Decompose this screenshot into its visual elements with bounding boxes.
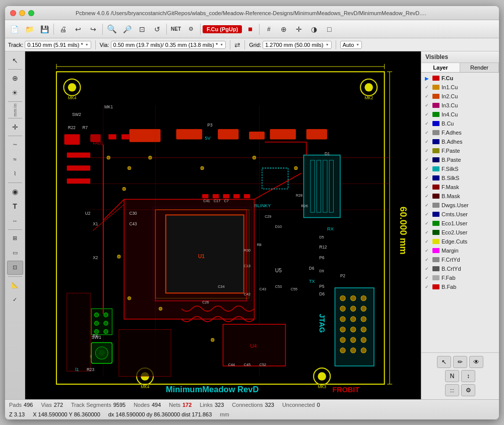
- polar-grid-button[interactable]: ⊕: [277, 22, 291, 36]
- layer-item-f-crtyd[interactable]: ✓F.CrtYd: [421, 255, 499, 264]
- redo-button[interactable]: ↪: [86, 22, 100, 36]
- track-dropdown[interactable]: 0.150 mm (5.91 mils) *: [25, 41, 91, 49]
- layer-eye-b-fab[interactable]: ✓: [423, 283, 430, 290]
- layer-eye-f-adhes[interactable]: ✓: [423, 129, 430, 136]
- layer-item-b-paste[interactable]: ✓B.Paste: [421, 155, 499, 164]
- zone-tool[interactable]: ▭: [7, 246, 23, 260]
- route-track-tool[interactable]: ～: [7, 138, 23, 152]
- zoom-redraw-button[interactable]: ↺: [150, 22, 164, 36]
- layer-item-edge-cuts[interactable]: ✓Edge.Cuts: [421, 237, 499, 246]
- eye-icon-btn[interactable]: 👁: [469, 356, 483, 368]
- tab-layer[interactable]: Layer: [421, 63, 460, 72]
- layer-eye-f-silks[interactable]: ✓: [423, 165, 430, 172]
- save-button[interactable]: 💾: [37, 22, 51, 36]
- settings-icon-btn[interactable]: ⚙: [461, 384, 475, 396]
- drc-tool[interactable]: ✓: [7, 293, 23, 307]
- close-button[interactable]: [10, 10, 16, 16]
- high-contrast-button[interactable]: ◑: [307, 22, 321, 36]
- zoom-out-button[interactable]: 🔎: [120, 22, 134, 36]
- pencil-icon-btn[interactable]: ✏: [453, 356, 467, 368]
- layer-item-f-silks[interactable]: ✓F.SilkS: [421, 164, 499, 173]
- layer-eye-eco2-user[interactable]: ✓: [423, 229, 430, 236]
- layer-eye-eco1-user[interactable]: ✓: [423, 220, 430, 227]
- layer-eye-dwgs-user[interactable]: ✓: [423, 202, 430, 209]
- minimize-button[interactable]: [19, 10, 25, 16]
- layer-eye-b-cu[interactable]: ✓: [423, 120, 430, 127]
- tune-track-tool[interactable]: ⌇: [7, 167, 23, 181]
- layer-eye-cmts-user[interactable]: ✓: [423, 211, 430, 218]
- layer-eye-f-crtyd[interactable]: ✓: [423, 256, 430, 263]
- layer-item-f-fab[interactable]: ✓F.Fab: [421, 273, 499, 282]
- maximize-button[interactable]: [28, 10, 34, 16]
- north-icon-btn[interactable]: N: [445, 370, 459, 382]
- via-dropdown[interactable]: 0.50 mm (19.7 mils)/ 0.35 mm (13.8 mils)…: [111, 41, 226, 49]
- grid-dropdown[interactable]: 1.2700 mm (50.00 mils): [263, 41, 331, 49]
- zoom-dropdown[interactable]: Auto: [340, 41, 362, 49]
- select-tool[interactable]: ↖: [7, 53, 23, 68]
- add-via-tool[interactable]: ◉: [7, 185, 23, 199]
- layer-item-b-cu[interactable]: ✓B.Cu: [421, 119, 499, 128]
- new-button[interactable]: 📄: [7, 22, 21, 36]
- layer-item-f-adhes[interactable]: ✓F.Adhes: [421, 128, 499, 137]
- layer-eye-b-adhes[interactable]: ✓: [423, 138, 430, 145]
- pad-tool[interactable]: ⊡: [7, 261, 23, 275]
- rules-button[interactable]: ⚙: [184, 22, 198, 36]
- open-button[interactable]: 📁: [22, 22, 36, 36]
- footprint-mode[interactable]: ⊞: [7, 231, 23, 246]
- layer-item-cmts-user[interactable]: ✓Cmts.User: [421, 210, 499, 219]
- zoom-fit-button[interactable]: ⊡: [135, 22, 149, 36]
- layer-item-b-mask[interactable]: ✓B.Mask: [421, 192, 499, 201]
- layer-item-eco1-user[interactable]: ✓Eco1.User: [421, 219, 499, 228]
- layer-item-b-fab[interactable]: ✓B.Fab: [421, 282, 499, 291]
- layer-eye-margin[interactable]: ✓: [423, 247, 430, 254]
- route-diff-pair[interactable]: ≈: [7, 152, 23, 166]
- layer-eye-f-cu[interactable]: ▶: [423, 75, 430, 82]
- add-dimension-tool[interactable]: ↔: [7, 214, 23, 228]
- window-controls[interactable]: [10, 10, 34, 16]
- undo-button[interactable]: ↩: [71, 22, 85, 36]
- cursor-button[interactable]: ✛: [292, 22, 306, 36]
- layer-item-f-paste[interactable]: ✓F.Paste: [421, 146, 499, 155]
- layer-item-f-cu[interactable]: ▶F.Cu: [421, 74, 499, 83]
- layer-item-b-crtyd[interactable]: ✓B.CrtYd: [421, 264, 499, 273]
- layer-item-in3-cu[interactable]: ✓In3.Cu: [421, 101, 499, 110]
- layer-item-in2-cu[interactable]: ✓In2.Cu: [421, 92, 499, 101]
- layer-eye-in3-cu[interactable]: ✓: [423, 102, 430, 109]
- inspect-tool[interactable]: ⊕: [7, 71, 23, 85]
- layer-eye-in4-cu[interactable]: ✓: [423, 111, 430, 118]
- layer-eye-b-silks[interactable]: ✓: [423, 174, 430, 181]
- layer-eye-in1-cu[interactable]: ✓: [423, 84, 430, 91]
- outline-button[interactable]: □: [322, 22, 336, 36]
- layer-eye-b-paste[interactable]: ✓: [423, 156, 430, 163]
- layer-item-eco2-user[interactable]: ✓Eco2.User: [421, 228, 499, 237]
- pcb-canvas-area[interactable]: 60.000 mm MK4 MK2 MK4 MK3 MinimumMeadow …: [25, 51, 421, 399]
- arrow-icon-btn[interactable]: ↖: [437, 356, 451, 368]
- layer-eye-b-mask[interactable]: ✓: [423, 193, 430, 200]
- layer-item-in1-cu[interactable]: ✓In1.Cu: [421, 83, 499, 92]
- layer-eye-in2-cu[interactable]: ✓: [423, 93, 430, 100]
- netlist-button[interactable]: NET: [169, 22, 183, 36]
- layer-item-dwgs-user[interactable]: ✓Dwgs.User: [421, 201, 499, 210]
- compass-icon-btn[interactable]: ↕: [461, 370, 475, 382]
- layer-item-f-mask[interactable]: ✓F.Mask: [421, 183, 499, 192]
- grid-icon-btn[interactable]: :::: [445, 384, 459, 396]
- add-text-tool[interactable]: T: [7, 199, 23, 213]
- layer-eye-edge-cuts[interactable]: ✓: [423, 238, 430, 245]
- layer-item-b-silks[interactable]: ✓B.SilkS: [421, 173, 499, 183]
- print-button[interactable]: 🖨: [56, 22, 70, 36]
- grid-button[interactable]: #: [262, 22, 276, 36]
- layer-eye-f-fab[interactable]: ✓: [423, 274, 430, 281]
- active-layer-button[interactable]: F.Cu (PgUp): [203, 25, 242, 33]
- highlight-tool[interactable]: ☀: [7, 86, 23, 100]
- layer-eye-f-paste[interactable]: ✓: [423, 147, 430, 154]
- measure-tool[interactable]: 📐: [7, 278, 23, 292]
- layer-item-b-adhes[interactable]: ✓B.Adhes: [421, 137, 499, 146]
- zoom-in-button[interactable]: 🔍: [105, 22, 119, 36]
- layer-eye-b-crtyd[interactable]: ✓: [423, 265, 430, 272]
- layer-item-in4-cu[interactable]: ✓In4.Cu: [421, 110, 499, 119]
- crosshair-tool[interactable]: ✛: [7, 120, 23, 134]
- tab-render[interactable]: Render: [460, 63, 499, 72]
- layer-eye-f-mask[interactable]: ✓: [423, 184, 430, 191]
- layer-item-margin[interactable]: ✓Margin: [421, 246, 499, 255]
- copper-toggle[interactable]: ◼: [243, 22, 257, 36]
